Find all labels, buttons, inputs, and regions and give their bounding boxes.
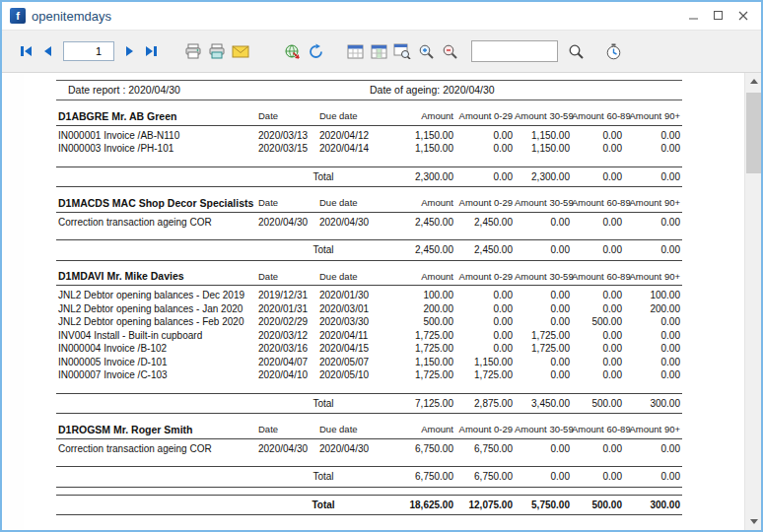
search-input[interactable]	[471, 40, 558, 62]
row-amount-30-59: 1,725.00	[515, 342, 572, 356]
grand-total-amount: 18,625.00	[388, 499, 455, 512]
row-amount-90plus: 0.00	[624, 216, 682, 230]
search-button[interactable]	[564, 38, 588, 64]
previous-page-button[interactable]	[37, 38, 59, 64]
row-amount-30-59: 1,150.00	[515, 129, 572, 143]
column-header-amount-30-59: Amount 30-59	[515, 270, 572, 284]
total-amount-30-59: 2,300.00	[515, 170, 572, 184]
section-header-row: D1MDAVI Mr. Mike Davies Date Due date Am…	[56, 270, 682, 287]
column-header-amount: Amount	[388, 109, 455, 123]
row-due-date: 2020/04/30	[319, 442, 388, 456]
column-header-amount-60-89: Amount 60-89	[572, 423, 624, 436]
report-row: JNL2 Debtor opening balances - Jan 20202…	[56, 302, 682, 316]
report: Date report : 2020/04/30 Date of ageing:…	[56, 73, 682, 515]
search-icon	[568, 43, 585, 60]
grand-total-amount-0-29: 12,075.00	[455, 499, 515, 512]
scrollbar-thumb[interactable]	[746, 93, 761, 173]
row-amount-0-29: 2,450.00	[455, 216, 515, 230]
last-page-button[interactable]	[140, 38, 162, 64]
total-amount-90plus: 0.00	[624, 243, 682, 257]
row-due-date: 2020/01/30	[319, 289, 388, 302]
column-header-amount-0-29: Amount 0-29	[455, 423, 515, 436]
row-amount-60-89: 0.00	[572, 342, 624, 356]
row-amount-30-59: 0.00	[515, 315, 572, 329]
section-rows: Correction transaction ageing COR2020/04…	[56, 439, 682, 461]
zoom-out-button[interactable]	[438, 38, 461, 64]
report-row: IN000007 Invoice /C-1032020/04/102020/05…	[56, 368, 682, 382]
history-button[interactable]	[601, 38, 625, 64]
toolbar	[2, 30, 761, 73]
row-date: 2020/03/16	[258, 342, 319, 356]
row-amount: 1,725.00	[388, 368, 455, 382]
report-section: D1ABGRE Mr. AB Green Date Due date Amoun…	[56, 109, 682, 187]
row-date: 2020/03/12	[258, 329, 319, 343]
grid-find-button[interactable]	[390, 38, 414, 64]
row-description: IN000004 Invoice /B-102	[56, 342, 258, 356]
total-amount-0-29: 6,750.00	[455, 470, 515, 484]
print-button[interactable]	[181, 38, 205, 64]
total-amount-30-59: 0.00	[515, 470, 572, 484]
row-amount-0-29: 0.00	[455, 342, 515, 356]
column-header-due-date: Due date	[319, 270, 388, 284]
report-header: Date report : 2020/04/30 Date of ageing:…	[56, 80, 682, 100]
report-row: Correction transaction ageing COR2020/04…	[56, 442, 682, 456]
row-amount-0-29: 0.00	[455, 289, 515, 302]
scroll-up-button[interactable]	[745, 73, 761, 90]
vertical-scrollbar[interactable]	[744, 73, 761, 530]
row-amount-90plus: 0.00	[624, 342, 682, 356]
next-page-button[interactable]	[118, 38, 140, 64]
row-amount: 1,150.00	[388, 356, 455, 369]
column-header-date: Date	[258, 423, 319, 436]
report-section: D1MDAVI Mr. Mike Davies Date Due date Am…	[56, 270, 682, 415]
minimize-button[interactable]	[681, 2, 706, 30]
column-header-amount-90plus: Amount 90+	[624, 196, 682, 210]
app-window: f openitemdays	[0, 0, 763, 532]
column-header-amount-30-59: Amount 30-59	[515, 196, 572, 210]
zoom-in-button[interactable]	[414, 38, 438, 64]
print-setup-button[interactable]	[205, 38, 229, 64]
page-number-input[interactable]	[63, 41, 114, 61]
column-header-amount: Amount	[388, 196, 455, 210]
section-header-row: D1ABGRE Mr. AB Green Date Due date Amoun…	[56, 109, 682, 126]
total-label: Total	[258, 470, 388, 484]
grand-total-amount-90plus: 300.00	[624, 499, 682, 512]
close-button[interactable]	[730, 2, 755, 30]
section-rows: JNL2 Debtor opening balances - Dec 20192…	[56, 286, 682, 387]
scroll-down-button[interactable]	[745, 513, 761, 530]
maximize-icon	[714, 11, 724, 21]
row-amount-60-89: 0.00	[572, 216, 624, 230]
grid-view-button[interactable]	[343, 38, 367, 64]
report-section: D1ROGSM Mr. Roger Smith Date Due date Am…	[56, 423, 682, 488]
export-button[interactable]	[280, 38, 304, 64]
total-label: Total	[258, 397, 388, 411]
total-amount-0-29: 0.00	[455, 170, 515, 184]
customer-name: D1ABGRE Mr. AB Green	[56, 110, 258, 123]
row-amount-0-29: 0.00	[455, 302, 515, 316]
row-amount: 2,450.00	[388, 216, 455, 230]
row-amount: 1,725.00	[388, 329, 455, 343]
report-row: JNL2 Debtor opening balances - Dec 20192…	[56, 289, 682, 302]
column-header-amount-0-29: Amount 0-29	[455, 196, 515, 210]
report-row: INV004 Install - Built-in cupboard2020/0…	[56, 329, 682, 343]
section-rows: Correction transaction ageing COR2020/04…	[56, 213, 682, 234]
total-label: Total	[258, 243, 388, 257]
maximize-button[interactable]	[706, 2, 730, 30]
refresh-button[interactable]	[304, 38, 327, 64]
first-page-button[interactable]	[16, 38, 37, 64]
email-button[interactable]	[229, 38, 252, 64]
row-amount-90plus: 0.00	[624, 368, 682, 382]
zoom-in-icon	[418, 43, 435, 60]
row-amount-0-29: 0.00	[455, 142, 515, 156]
total-amount: 2,300.00	[388, 170, 455, 184]
email-icon	[232, 44, 249, 58]
row-date: 2020/04/07	[258, 356, 319, 369]
grand-total-row: Total 18,625.00 12,075.00 5,750.00 500.0…	[56, 495, 682, 516]
scroll-up-icon	[750, 79, 758, 84]
grid-columns-button[interactable]	[367, 38, 390, 64]
customer-name: D1MDAVI Mr. Mike Davies	[56, 270, 258, 283]
column-header-amount-0-29: Amount 0-29	[455, 109, 515, 123]
column-header-amount: Amount	[388, 423, 455, 436]
total-label: Total	[258, 170, 388, 184]
row-amount-30-59: 1,150.00	[515, 142, 572, 156]
row-due-date: 2020/03/01	[319, 302, 388, 316]
